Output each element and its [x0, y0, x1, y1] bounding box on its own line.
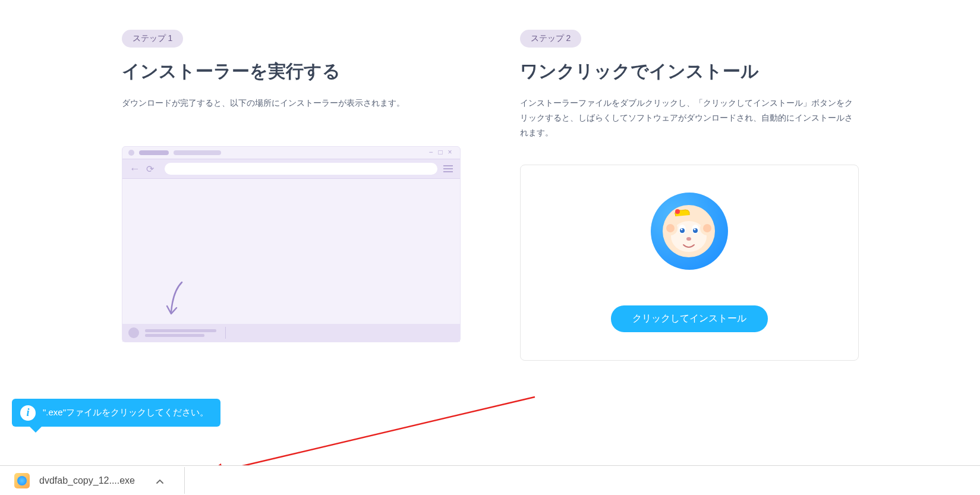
- filename-placeholder: [145, 329, 216, 332]
- step-1-badge: ステップ 1: [122, 30, 184, 48]
- browser-tab-active: [139, 150, 169, 155]
- browser-download-bar: [122, 324, 460, 342]
- step-2-description: インストーラーファイルをダブルクリックし、「クリックしてインストール」ボタンをク…: [520, 96, 859, 141]
- browser-illustration: − □ × ← ⟳: [122, 146, 461, 342]
- browser-tab: [174, 150, 221, 155]
- tooltip-bubble: i ".exe"ファイルをクリックしてください。: [12, 399, 220, 427]
- svg-point-6: [675, 209, 680, 214]
- svg-point-12: [694, 228, 696, 230]
- svg-point-4: [666, 224, 675, 232]
- step-2: ステップ 2 ワンクリックでインストール インストーラーファイルをダブルクリック…: [520, 30, 859, 361]
- dvdfab-monkey-icon: [651, 193, 728, 270]
- filesize-placeholder: [145, 334, 204, 337]
- step-2-badge: ステップ 2: [520, 30, 582, 48]
- shelf-divider: [184, 467, 185, 494]
- step-1-title: インストーラーを実行する: [122, 59, 461, 84]
- back-arrow-icon: ←: [130, 163, 140, 175]
- svg-line-15: [220, 397, 535, 471]
- refresh-icon: ⟳: [146, 163, 154, 175]
- tab-dot-icon: [128, 150, 134, 156]
- step-1: ステップ 1 インストーラーを実行する ダウンロードが完了すると、以下の場所にイ…: [122, 30, 461, 361]
- svg-point-11: [681, 228, 683, 230]
- info-icon: i: [20, 405, 36, 421]
- download-filename: dvdfab_copy_12....exe: [39, 475, 135, 486]
- tooltip-text: ".exe"ファイルをクリックしてください。: [43, 407, 209, 418]
- close-icon: ×: [448, 150, 453, 155]
- drawn-arrow-icon: [161, 279, 191, 321]
- step-2-title: ワンクリックでインストール: [520, 59, 859, 84]
- minimize-icon: −: [429, 150, 434, 155]
- svg-point-5: [703, 224, 711, 232]
- download-shelf: dvdfab_copy_12....exe: [0, 465, 980, 495]
- hamburger-menu-icon: [443, 165, 453, 172]
- step-1-description: ダウンロードが完了すると、以下の場所にインストーラーが表示されます。: [122, 96, 461, 111]
- address-bar: [165, 163, 437, 175]
- install-illustration: クリックしてインストール: [520, 165, 859, 361]
- chevron-up-icon[interactable]: [144, 476, 163, 485]
- install-button[interactable]: クリックしてインストール: [611, 305, 768, 332]
- download-item[interactable]: dvdfab_copy_12....exe: [14, 466, 175, 495]
- svg-point-13: [686, 237, 691, 241]
- exe-file-icon: [14, 473, 30, 488]
- download-file-icon: [128, 327, 139, 338]
- maximize-icon: □: [439, 150, 443, 155]
